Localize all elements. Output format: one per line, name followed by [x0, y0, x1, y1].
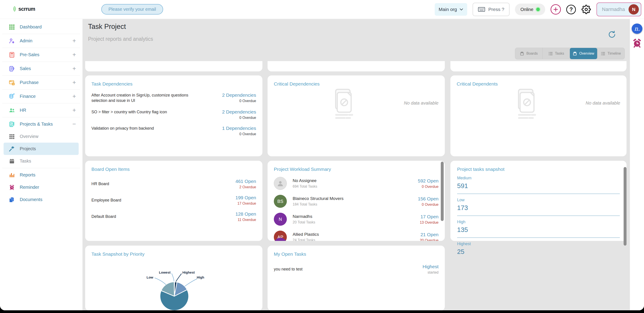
expand-plus-icon[interactable]: + [72, 93, 76, 100]
sidebar-item-overview[interactable]: Overview [0, 130, 82, 143]
question-mark-icon: ? [570, 6, 573, 13]
dependencies-count[interactable]: 2 Dependencies [222, 109, 256, 115]
plus-icon [553, 7, 558, 12]
status-label: started [422, 271, 438, 275]
sidebar-item-label: Reports [20, 172, 36, 178]
overdue-count: 0 Overdue [222, 116, 256, 120]
expand-plus-icon[interactable]: + [72, 51, 76, 58]
refresh-icon[interactable] [608, 30, 616, 39]
divider [2, 48, 80, 48]
sidebar-item-dashboard[interactable]: Dashboard [0, 21, 82, 33]
no-data-label: No data available [404, 100, 438, 106]
sidebar-item-documents[interactable]: Documents [0, 193, 82, 206]
card-scrollbar[interactable] [441, 162, 444, 221]
bar-chart-icon [8, 172, 15, 178]
org-selector[interactable]: Main org [435, 3, 468, 16]
tab-timeline[interactable]: Timeline [597, 48, 624, 59]
expand-plus-icon[interactable]: + [72, 107, 76, 114]
open-count[interactable]: 21 Open [420, 232, 438, 237]
sidebar-item-finance[interactable]: Finance + [0, 90, 82, 102]
alarm-extension-icon[interactable] [632, 38, 642, 48]
leaf-logo-icon [12, 6, 17, 12]
divider [2, 89, 80, 90]
list-item[interactable]: After Account creation in SignUp, custom… [92, 92, 256, 103]
list-item[interactable]: Default Board 128 Open 11 Overdue [92, 211, 256, 222]
sidebar-item-hr[interactable]: HR + [0, 104, 82, 116]
assignee-name: Narmadhs [293, 214, 315, 219]
list-item[interactable]: N Narmadhs20 Total Tasks 17 Open13 Overd… [274, 213, 438, 226]
press-label: Press ? [488, 7, 504, 12]
page-scrollbar[interactable] [624, 167, 626, 246]
overdue-count: 0 Overdue [222, 99, 256, 103]
sidebar-item-reminder[interactable]: Reminder [0, 181, 82, 193]
dependencies-count[interactable]: 2 Dependencies [222, 92, 256, 98]
open-count[interactable]: 17 Open [420, 214, 438, 219]
tab-tasks[interactable]: Tasks [542, 48, 570, 59]
priority-pie-chart[interactable]: Lowest Highest Low High [85, 257, 262, 310]
card-my-open-tasks: My Open Tasks you need to test Highest s… [268, 246, 445, 310]
list-item[interactable]: AP Allied Plastics24 Total Tasks 21 Open… [274, 231, 438, 241]
sidebar-item-label: Overview [20, 134, 38, 139]
sidebar-item-admin[interactable]: Admin + [0, 35, 82, 47]
quick-add-button[interactable] [550, 4, 561, 14]
card-project-workload: Project Workload Summary No Assignee694 … [268, 161, 445, 241]
logo-text: scrrum [18, 6, 35, 12]
sidebar-item-projects-tasks[interactable]: Projects & Tasks − [0, 118, 82, 130]
list-item[interactable]: BS Blaineco Structural Movers184 Total T… [274, 195, 438, 208]
boards-icon [573, 52, 577, 55]
sidebar-item-reports[interactable]: Reports [0, 169, 82, 181]
profile-menu[interactable]: Narmadha N [596, 2, 641, 16]
card-board-open-items: Board Open Items HR Board 461 Open 2 Ove… [85, 161, 262, 241]
sidebar-item-sales[interactable]: Sales + [0, 62, 82, 75]
expand-plus-icon[interactable]: + [72, 79, 76, 86]
sidebar-item-label: HR [20, 108, 26, 113]
calendar-icon [8, 158, 15, 165]
open-count[interactable]: 128 Open [236, 211, 256, 217]
card-title: Project tasks snapshot [457, 167, 620, 172]
assignee-name: Blaineco Structural Movers [293, 196, 344, 201]
list-item[interactable]: HR Board 461 Open 2 Overdue [92, 179, 256, 189]
sidebar-item-label: Dashboard [20, 24, 42, 29]
user-gear-icon [8, 38, 15, 44]
keyboard-shortcuts-button[interactable]: Press ? [472, 3, 510, 16]
total-tasks: 694 Total Tasks [293, 185, 317, 189]
notes-extension-icon[interactable]: n. [632, 23, 642, 34]
list-item[interactable]: you need to test Highest started [274, 264, 438, 275]
help-button[interactable]: ? [566, 5, 576, 14]
profile-name: Narmadha [602, 6, 625, 12]
dependencies-count[interactable]: 1 Dependencies [222, 126, 256, 131]
calculator-icon [8, 51, 15, 58]
collapse-minus-icon[interactable]: − [72, 121, 76, 128]
list-item[interactable]: No Assignee694 Total Tasks 592 Open0 Ove… [274, 177, 438, 190]
divider [2, 103, 80, 103]
open-count[interactable]: 156 Open [418, 196, 438, 202]
sidebar-item-label: Finance [20, 94, 36, 99]
sidebar-item-label: Projects & Tasks [20, 122, 53, 127]
view-tabbar: Boards Tasks Overview Timeline [515, 48, 625, 59]
svg-text:High: High [197, 275, 204, 279]
sidebar-item-projects[interactable]: Projects [4, 143, 79, 155]
verify-email-banner[interactable]: Please verify your email [101, 4, 163, 14]
settings-button[interactable] [581, 4, 591, 14]
avatar: BS [274, 195, 287, 208]
dashboard-content: Task Project Project reports and analyti… [83, 19, 630, 310]
expand-plus-icon[interactable]: + [72, 65, 76, 72]
board-name: Default Board [92, 214, 197, 219]
overdue-count: 2 Overdue [236, 185, 256, 189]
card-title: Board Open Items [92, 167, 256, 172]
open-count[interactable]: 199 Open [236, 195, 256, 200]
tab-overview[interactable]: Overview [570, 48, 597, 59]
list-item[interactable]: Employee Board 199 Open 17 Overdue [92, 195, 256, 206]
sidebar-item-tasks[interactable]: Tasks [0, 155, 82, 167]
sidebar-item-pre-sales[interactable]: Pre-Sales + [0, 48, 82, 61]
list-item[interactable]: SO > filter > country with Country flag … [92, 109, 256, 120]
online-status[interactable]: Online [515, 3, 545, 15]
expand-plus-icon[interactable]: + [72, 37, 76, 44]
open-count[interactable]: 592 Open [418, 178, 438, 184]
sidebar-item-purchase[interactable]: Purchase + [0, 76, 82, 89]
list-item[interactable]: Validation on privacy from backend 1 Dep… [92, 126, 256, 136]
open-count[interactable]: 461 Open [236, 179, 256, 184]
priority-value[interactable]: Highest [422, 264, 438, 269]
divider [457, 238, 620, 238]
tab-boards[interactable]: Boards [515, 48, 542, 59]
